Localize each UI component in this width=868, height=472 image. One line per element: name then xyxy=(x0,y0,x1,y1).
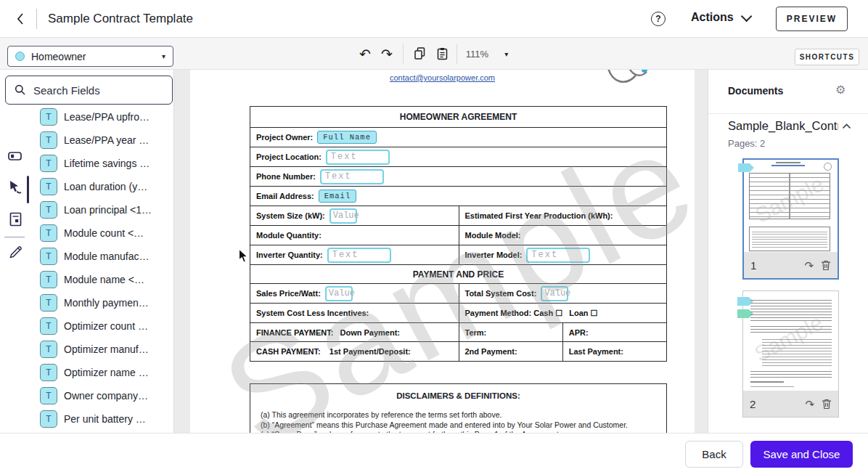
chevron-up-icon[interactable] xyxy=(842,123,851,129)
shortcuts-button[interactable]: SHORTCUTS xyxy=(795,49,859,65)
field-item[interactable]: TMonthly paymen… xyxy=(32,293,174,313)
thumb-paragraph xyxy=(750,371,832,378)
document-file-name[interactable]: Sample_Blank_Contr xyxy=(728,119,838,133)
redo-icon[interactable]: ↷ xyxy=(381,47,393,61)
field-item[interactable]: TOwner company… xyxy=(32,386,174,406)
row-label: Total System Cost: xyxy=(465,289,537,298)
paste-icon[interactable] xyxy=(437,47,448,60)
back-chevron-icon[interactable] xyxy=(10,9,30,29)
document-canvas: contact@yoursolarpower.com HOMEOWNER AGR… xyxy=(174,70,708,433)
recipient-select[interactable]: Homeowner ▾ xyxy=(7,46,173,67)
table-title: HOMEOWNER AGREEMENT xyxy=(250,107,666,127)
field-item[interactable]: TModule name <… xyxy=(32,269,174,290)
row-label: Module Quantity: xyxy=(256,231,322,240)
thumbnail-toolbar: 2 ↷ xyxy=(743,391,838,417)
thumb-disclaimers xyxy=(749,227,830,251)
field-item[interactable]: TModule manufac… xyxy=(32,246,174,266)
thumb-signature-line xyxy=(750,381,784,383)
field-label: Per unit battery … xyxy=(64,413,146,425)
thumbnail-toolbar: 1 ↷ xyxy=(744,252,838,278)
row-label: System Cost Less Incentives: xyxy=(256,309,369,317)
field-item[interactable]: TLoan principal <1… xyxy=(32,200,174,220)
value-field-input[interactable]: Value xyxy=(329,208,357,224)
save-and-close-button[interactable]: Save and Close xyxy=(750,441,853,468)
zoom-level[interactable]: 111% xyxy=(466,49,488,60)
help-icon[interactable]: ? xyxy=(651,12,666,26)
actions-menu[interactable]: Actions xyxy=(691,11,749,24)
row-label: Phone Number: xyxy=(256,172,316,181)
field-label: Loan duration (y… xyxy=(64,181,147,192)
page-number: 1 xyxy=(750,259,797,272)
document-page: contact@yoursolarpower.com HOMEOWNER AGR… xyxy=(190,70,695,433)
toolbar-separator xyxy=(403,44,404,64)
documents-panel-title: Documents xyxy=(728,85,783,97)
field-input-icon[interactable] xyxy=(7,148,23,164)
zoom-caret-down-icon[interactable]: ▾ xyxy=(504,50,508,58)
text-field-icon: T xyxy=(40,201,57,219)
active-tool-indicator xyxy=(27,176,29,203)
cursor-wrench-icon[interactable] xyxy=(7,179,23,195)
company-logo xyxy=(602,70,650,89)
text-field-input[interactable]: Text xyxy=(320,169,384,184)
field-item[interactable]: TOptimizer manuf… xyxy=(32,339,174,359)
row-label: Email Address: xyxy=(256,192,314,200)
trash-icon[interactable] xyxy=(822,399,832,410)
thumb-paragraph xyxy=(762,339,832,368)
text-field-icon: T xyxy=(40,271,57,288)
field-item[interactable]: TModule count <… xyxy=(32,223,174,243)
actions-label: Actions xyxy=(691,11,734,24)
preview-button[interactable]: PREVIEW xyxy=(776,7,848,31)
page-thumbnail-1[interactable]: Sample 1 ↷ xyxy=(742,158,839,280)
field-item[interactable]: TLease/PPA year … xyxy=(32,130,174,150)
field-label: Module manufac… xyxy=(64,251,150,262)
full-name-field-chip[interactable]: Full Name xyxy=(317,131,377,144)
text-field-icon: T xyxy=(40,178,57,195)
field-label: Lease/PPA upfro… xyxy=(64,111,150,123)
value-field-input[interactable]: Value xyxy=(325,286,353,301)
page-fields-icon[interactable] xyxy=(7,211,23,227)
text-field-input[interactable]: Text xyxy=(326,150,390,165)
field-item[interactable]: TLease/PPA upfro… xyxy=(32,107,174,127)
search-input[interactable] xyxy=(33,84,174,97)
toolbar-center: ↶ ↷ 111% ▾ xyxy=(359,38,508,70)
text-field-input[interactable]: Text xyxy=(526,248,590,263)
text-field-input[interactable]: Text xyxy=(327,248,391,263)
text-field-icon: T xyxy=(40,341,57,358)
row-label: Payment Method: Cash ☐ Loan ☐ xyxy=(465,309,598,318)
disclaimers-list: (a) This agreement incorporates by refer… xyxy=(250,400,666,433)
value-field-input[interactable]: Value xyxy=(541,286,568,301)
pencil-icon[interactable] xyxy=(7,244,23,260)
trash-icon[interactable] xyxy=(821,260,831,271)
row-label: Estimated First Year Production (kWh): xyxy=(465,211,613,220)
field-item[interactable]: TOptimizer name … xyxy=(32,362,174,383)
field-item[interactable]: TPer unit battery … xyxy=(32,409,174,429)
gear-icon[interactable]: ⚙ xyxy=(835,83,846,97)
text-field-icon: T xyxy=(40,224,57,242)
rotate-page-icon[interactable]: ↷ xyxy=(804,260,814,271)
rotate-page-icon[interactable]: ↷ xyxy=(805,399,814,410)
text-field-icon: T xyxy=(40,131,57,149)
page-thumbnail-2[interactable]: Sample 2 ↷ xyxy=(742,290,839,418)
field-label: Owner company… xyxy=(64,390,148,402)
field-label: Lifetime savings … xyxy=(64,158,150,169)
field-item[interactable]: TLoan duration (y… xyxy=(32,176,174,197)
top-header: Sample Contract Template ? Actions PREVI… xyxy=(0,0,868,38)
undo-icon[interactable]: ↶ xyxy=(359,47,371,61)
row-label: Module Model: xyxy=(465,231,521,240)
mouse-cursor xyxy=(238,248,250,264)
row-label: Sales Price/Watt: xyxy=(256,289,321,298)
text-field-icon: T xyxy=(40,387,57,404)
row-label: CASH PAYMENT: 1st Payment/Deposit: xyxy=(256,347,411,356)
field-list: TLease/PPA upfro… TLease/PPA year … TLif… xyxy=(32,105,174,433)
field-item[interactable]: TOptimizer count … xyxy=(32,316,174,336)
sidebar-icon-rail xyxy=(0,107,32,433)
row-label: FINANCE PAYMENT: Down Payment: xyxy=(256,328,400,337)
text-field-icon: T xyxy=(40,364,57,381)
field-label: Module count <… xyxy=(64,227,144,239)
back-button[interactable]: Back xyxy=(685,441,743,468)
field-label: Module name <… xyxy=(64,274,144,285)
copy-icon[interactable] xyxy=(414,47,426,60)
field-item[interactable]: TLifetime savings … xyxy=(32,153,174,174)
footer-bar: Back Save and Close xyxy=(0,433,868,472)
email-field-chip[interactable]: Email xyxy=(319,190,357,203)
